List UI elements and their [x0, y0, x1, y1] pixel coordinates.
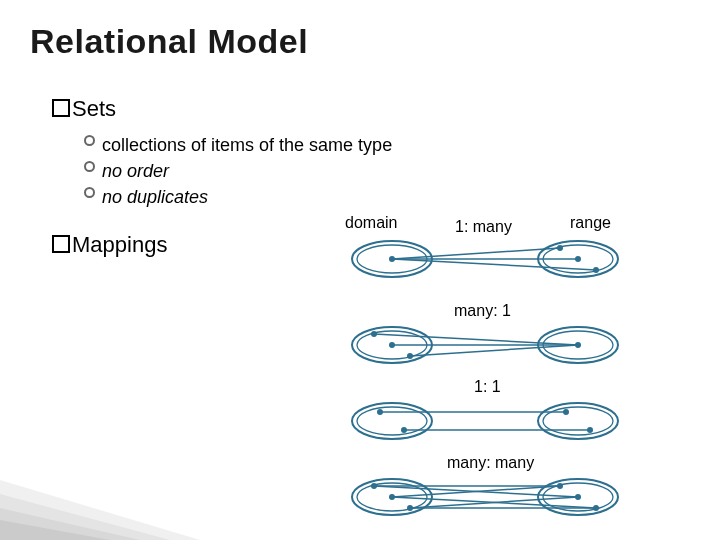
- corner-decoration: [0, 450, 210, 540]
- label-many-1: many: 1: [454, 302, 511, 320]
- svg-line-19: [374, 334, 578, 345]
- diagram-1-many: [350, 234, 630, 284]
- label-range: range: [570, 214, 611, 232]
- label-many-many: many: many: [447, 454, 534, 472]
- list-item-label: collections of items of the same type: [102, 135, 392, 155]
- list-item: no order: [84, 158, 392, 184]
- bullet-sets-label: Sets: [72, 96, 116, 121]
- list-item-label: no duplicates: [102, 187, 208, 207]
- diagram-many-many: [350, 472, 630, 522]
- list-item: no duplicates: [84, 184, 392, 210]
- list-item: collections of items of the same type: [84, 132, 392, 158]
- ring-bullet-icon: [84, 135, 95, 146]
- bullet-mappings: Mappings: [52, 232, 167, 258]
- label-1-1: 1: 1: [474, 378, 501, 396]
- svg-point-24: [538, 403, 618, 439]
- diagram-1-1: [350, 396, 630, 446]
- label-domain: domain: [345, 214, 397, 232]
- list-item-label: no order: [102, 161, 169, 181]
- sets-sublist: collections of items of the same type no…: [84, 132, 392, 210]
- diagram-many-1: [350, 320, 630, 370]
- svg-marker-51: [0, 520, 110, 540]
- svg-marker-49: [0, 494, 170, 540]
- svg-point-23: [357, 407, 427, 435]
- svg-marker-50: [0, 508, 140, 540]
- svg-point-25: [543, 407, 613, 435]
- ring-bullet-icon: [84, 187, 95, 198]
- checkbox-icon: [52, 99, 70, 117]
- slide: Relational Model Sets collections of ite…: [0, 0, 720, 540]
- ring-bullet-icon: [84, 161, 95, 172]
- svg-point-22: [352, 403, 432, 439]
- svg-line-10: [392, 259, 596, 270]
- bullet-mappings-label: Mappings: [72, 232, 167, 257]
- svg-marker-48: [0, 480, 200, 540]
- bullet-sets: Sets: [52, 96, 116, 122]
- checkbox-icon: [52, 235, 70, 253]
- slide-title: Relational Model: [30, 22, 308, 61]
